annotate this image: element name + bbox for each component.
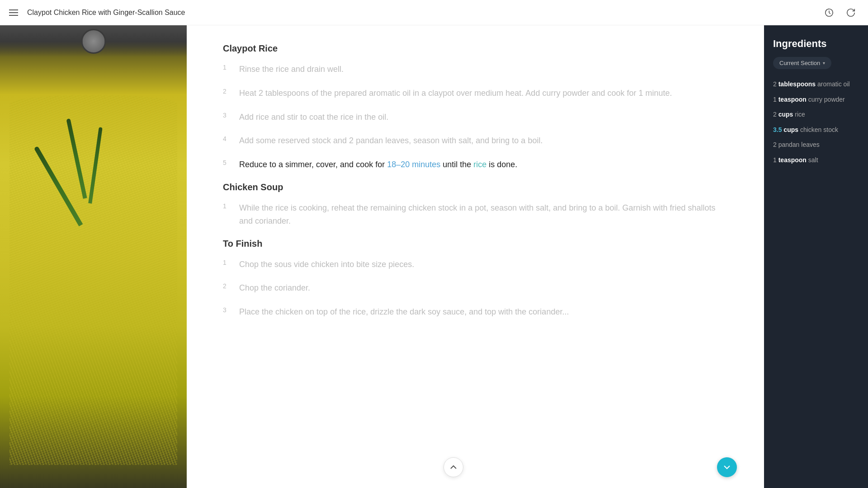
step-text: Add some reserved stock and 2 pandan lea… <box>239 134 542 147</box>
ingredient-name: chicken stock <box>800 126 838 133</box>
page-title: Claypot Chicken Rice with Ginger-Scallio… <box>27 9 185 17</box>
step-number: 1 <box>223 202 230 210</box>
step-number: 1 <box>223 258 230 266</box>
ingredient-qty: 2 <box>773 141 777 148</box>
ingredient-unit: cups <box>778 111 793 118</box>
ingredient-name: salt <box>808 156 818 164</box>
ingredient-unit: teaspoon <box>778 156 807 164</box>
time-link[interactable]: 18–20 minutes <box>387 160 440 169</box>
ingredient-pandan-leaves: 2 pandan leaves <box>773 141 859 150</box>
ingredient-curry-powder: 1 teaspoon curry powder <box>773 95 859 104</box>
header-icons <box>821 5 859 21</box>
step-2-finish: 2 Chop the coriander. <box>223 282 728 295</box>
recipe-content-wrapper: Claypot Rice 1 Rinse the rice and drain … <box>187 25 764 488</box>
ingredient-chicken-stock: 3.5 cups chicken stock <box>773 126 859 135</box>
current-section-label: Current Section <box>779 60 820 66</box>
sidebar-title: Ingredients <box>773 38 859 50</box>
step-1-finish: 1 Chop the sous vide chicken into bite s… <box>223 258 728 271</box>
ingredient-name: aromatic oil <box>817 80 850 88</box>
step-3-finish: 3 Place the chicken on top of the rice, … <box>223 305 728 319</box>
step-text: Heat 2 tablespoons of the prepared aroma… <box>239 87 672 100</box>
recipe-content: Claypot Rice 1 Rinse the rice and drain … <box>187 25 764 384</box>
step-4-claypot: 4 Add some reserved stock and 2 pandan l… <box>223 134 728 147</box>
main-content: Claypot Rice 1 Rinse the rice and drain … <box>0 25 868 488</box>
ingredient-aromatic-oil: 2 tablespoons aromatic oil <box>773 80 859 89</box>
step-1-claypot: 1 Rinse the rice and drain well. <box>223 63 728 76</box>
app-header: Claypot Chicken Rice with Ginger-Scallio… <box>0 0 868 25</box>
section-to-finish: To Finish 1 Chop the sous vide chicken i… <box>223 239 728 319</box>
ingredient-qty: 3.5 <box>773 126 782 133</box>
step-number: 2 <box>223 282 230 290</box>
refresh-button[interactable] <box>843 5 859 21</box>
section-claypot-rice: Claypot Rice 1 Rinse the rice and drain … <box>223 43 728 171</box>
section-to-finish-title: To Finish <box>223 239 728 249</box>
rice-link[interactable]: rice <box>473 160 486 169</box>
ingredients-list: 2 tablespoons aromatic oil 1 teaspoon cu… <box>773 80 859 165</box>
step-number: 5 <box>223 158 230 166</box>
ingredient-qty: 1 <box>773 96 777 103</box>
section-chicken-soup: Chicken Soup 1 While the rice is cooking… <box>223 182 728 228</box>
section-claypot-rice-title: Claypot Rice <box>223 43 728 54</box>
ingredient-qty: 1 <box>773 156 777 164</box>
chevron-down-icon: ▾ <box>823 61 825 66</box>
recipe-image <box>0 25 187 488</box>
step-number: 2 <box>223 87 230 95</box>
step-number: 3 <box>223 111 230 119</box>
history-button[interactable] <box>821 5 837 21</box>
step-5-claypot: 5 Reduce to a simmer, cover, and cook fo… <box>223 158 728 171</box>
ingredient-salt: 1 teaspoon salt <box>773 156 859 165</box>
step-2-claypot: 2 Heat 2 tablespoons of the prepared aro… <box>223 87 728 100</box>
ingredient-unit: teaspoon <box>778 96 807 103</box>
ingredient-unit: cups <box>783 126 798 133</box>
step-text: Rinse the rice and drain well. <box>239 63 344 76</box>
section-chicken-soup-title: Chicken Soup <box>223 182 728 192</box>
step-1-soup: 1 While the rice is cooking, reheat the … <box>223 202 728 228</box>
ingredient-name: pandan leaves <box>778 141 820 148</box>
ingredient-unit: tablespoons <box>778 80 816 88</box>
ingredient-qty: 2 <box>773 80 777 88</box>
ingredient-name: rice <box>795 111 805 118</box>
step-text: Place the chicken on top of the rice, dr… <box>239 305 569 319</box>
step-text: Chop the coriander. <box>239 282 310 295</box>
header-left: Claypot Chicken Rice with Ginger-Scallio… <box>9 7 185 18</box>
current-section-dropdown[interactable]: Current Section ▾ <box>773 57 831 69</box>
step-text: While the rice is cooking, reheat the re… <box>239 202 728 228</box>
scroll-down-button[interactable] <box>717 457 737 477</box>
menu-icon[interactable] <box>9 7 20 18</box>
scroll-up-button[interactable] <box>443 457 463 477</box>
step-3-claypot: 3 Add rice and stir to coat the rice in … <box>223 111 728 124</box>
ingredient-rice: 2 cups rice <box>773 110 859 119</box>
ingredient-qty: 2 <box>773 111 777 118</box>
ingredient-name: curry powder <box>808 96 845 103</box>
step-text: Chop the sous vide chicken into bite siz… <box>239 258 414 271</box>
step-text: Add rice and stir to coat the rice in th… <box>239 111 388 124</box>
step-number: 4 <box>223 134 230 142</box>
sidebar: Ingredients Current Section ▾ 2 tablespo… <box>764 25 868 488</box>
step-text-active: Reduce to a simmer, cover, and cook for … <box>239 158 517 171</box>
step-number: 1 <box>223 63 230 71</box>
step-number: 3 <box>223 305 230 314</box>
